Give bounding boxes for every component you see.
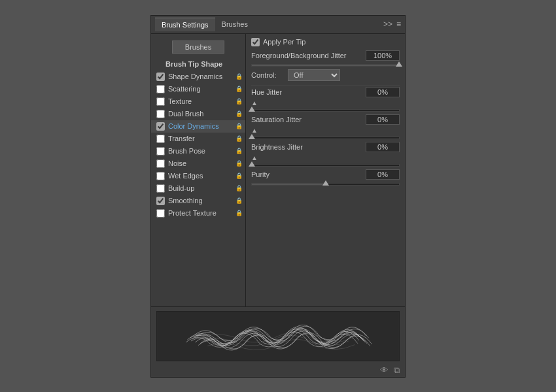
- lock-icon-build-up: 🔒: [235, 185, 243, 191]
- sidebar-item-noise[interactable]: Noise 🔒: [151, 157, 245, 170]
- smoothing-checkbox[interactable]: [156, 197, 165, 205]
- dual-brush-checkbox[interactable]: [156, 110, 165, 118]
- texture-checkbox[interactable]: [156, 97, 165, 106]
- purity-slider[interactable]: [251, 183, 400, 186]
- saturation-jitter-thumb[interactable]: [249, 134, 255, 139]
- sidebar-item-build-up[interactable]: Build-up 🔒: [151, 182, 245, 195]
- lock-icon-protect-texture: 🔒: [235, 210, 243, 216]
- protect-texture-checkbox[interactable]: [156, 209, 165, 218]
- apply-per-tip-row: Apply Per Tip: [251, 38, 400, 46]
- content-area: Apply Per Tip Foreground/Background Jitt…: [246, 34, 405, 306]
- sidebar-item-protect-texture[interactable]: Protect Texture 🔒: [151, 207, 245, 220]
- preview-area: 👁 ⧉: [151, 306, 405, 377]
- lock-icon-wet-edges: 🔒: [235, 172, 243, 179]
- fg-bg-jitter-label: Foreground/Background Jitter: [251, 52, 363, 59]
- lock-icon-dual-brush: 🔒: [235, 110, 243, 117]
- wet-edges-label: Wet Edges: [168, 172, 234, 180]
- tab-controls: >> ≡: [383, 20, 401, 29]
- shape-dynamics-label: Shape Dynamics: [168, 73, 234, 80]
- brush-stroke-svg: [157, 312, 399, 361]
- scattering-label: Scattering: [168, 85, 234, 93]
- transfer-label: Transfer: [168, 135, 234, 142]
- scattering-checkbox[interactable]: [156, 85, 165, 93]
- panel-header: Brush Settings Brushes >> ≡: [151, 16, 405, 34]
- brightness-jitter-thumb-row: ▲: [251, 154, 400, 161]
- dual-brush-label: Dual Brush: [168, 110, 234, 118]
- lock-icon-transfer: 🔒: [235, 135, 243, 142]
- sidebar-item-scattering[interactable]: Scattering 🔒: [151, 83, 245, 95]
- sidebar-item-smoothing[interactable]: Smoothing 🔒: [151, 195, 245, 207]
- lock-icon-texture: 🔒: [235, 98, 243, 105]
- control-select[interactable]: Off Fade Pen Pressure Pen Tilt Stylus Wh…: [288, 69, 340, 81]
- lock-icon-color-dynamics: 🔒: [235, 123, 243, 129]
- tab-brush-settings[interactable]: Brush Settings: [155, 18, 215, 31]
- sidebar-item-brush-pose[interactable]: Brush Pose 🔒: [151, 145, 245, 157]
- lock-icon-shape-dynamics: 🔒: [235, 73, 243, 80]
- purity-thumb[interactable]: [322, 180, 329, 186]
- fg-bg-jitter-value[interactable]: [366, 50, 400, 61]
- sidebar-item-color-dynamics[interactable]: Color Dynamics 🔒: [151, 120, 245, 133]
- hue-jitter-thumb-row: ▲: [251, 99, 400, 106]
- sidebar-item-shape-dynamics[interactable]: Shape Dynamics 🔒: [151, 71, 245, 83]
- saturation-jitter-value[interactable]: [366, 114, 400, 125]
- menu-icon[interactable]: ≡: [396, 20, 401, 29]
- brush-pose-label: Brush Pose: [168, 147, 234, 155]
- brush-settings-panel: Brush Settings Brushes >> ≡ Brushes Brus…: [150, 15, 406, 378]
- sidebar: Brushes Brush Tip Shape Shape Dynamics 🔒…: [151, 34, 246, 306]
- brightness-jitter-label: Brightness Jitter: [251, 143, 363, 151]
- purity-row: Purity: [251, 169, 400, 180]
- sidebar-item-wet-edges[interactable]: Wet Edges 🔒: [151, 170, 245, 182]
- saturation-jitter-thumb-row: ▲: [251, 127, 400, 134]
- brushes-button[interactable]: Brushes: [172, 41, 224, 54]
- hue-jitter-row: Hue Jitter: [251, 87, 400, 97]
- divider-1: [251, 85, 400, 86]
- fg-bg-jitter-fill: [252, 65, 399, 66]
- color-dynamics-label: Color Dynamics: [168, 122, 234, 130]
- purity-value[interactable]: [366, 169, 400, 180]
- tab-brushes[interactable]: Brushes: [215, 18, 254, 31]
- sidebar-item-dual-brush[interactable]: Dual Brush 🔒: [151, 108, 245, 120]
- brightness-jitter-slider[interactable]: [251, 164, 400, 167]
- control-label: Control:: [251, 71, 284, 79]
- hue-jitter-value[interactable]: [366, 87, 400, 97]
- brush-pose-checkbox[interactable]: [156, 147, 165, 155]
- brush-tip-shape-title: Brush Tip Shape: [151, 59, 245, 71]
- panel-body: Brushes Brush Tip Shape Shape Dynamics 🔒…: [151, 34, 405, 306]
- eye-icon[interactable]: 👁: [380, 365, 389, 376]
- preview-canvas: [156, 311, 400, 361]
- apply-per-tip-label: Apply Per Tip: [263, 38, 305, 46]
- fg-bg-jitter-row: Foreground/Background Jitter: [251, 50, 400, 61]
- hue-jitter-thumb[interactable]: [249, 106, 255, 112]
- lock-icon-scattering: 🔒: [235, 86, 243, 92]
- color-dynamics-checkbox[interactable]: [156, 122, 165, 131]
- fg-bg-jitter-thumb[interactable]: [396, 61, 402, 67]
- build-up-checkbox[interactable]: [156, 184, 165, 193]
- transfer-checkbox[interactable]: [156, 135, 165, 143]
- hue-jitter-slider[interactable]: [251, 109, 400, 112]
- purity-fill: [252, 184, 326, 185]
- texture-label: Texture: [168, 97, 234, 105]
- control-row: Control: Off Fade Pen Pressure Pen Tilt …: [251, 69, 400, 81]
- expand-icon[interactable]: >>: [383, 20, 392, 29]
- apply-per-tip-checkbox[interactable]: [251, 38, 260, 46]
- brightness-jitter-value[interactable]: [366, 142, 400, 152]
- build-up-label: Build-up: [168, 184, 234, 192]
- sidebar-item-transfer[interactable]: Transfer 🔒: [151, 133, 245, 145]
- smoothing-label: Smoothing: [168, 197, 234, 204]
- brightness-jitter-row: Brightness Jitter: [251, 142, 400, 152]
- protect-texture-label: Protect Texture: [168, 209, 234, 217]
- wet-edges-checkbox[interactable]: [156, 172, 165, 180]
- hue-jitter-label: Hue Jitter: [251, 88, 363, 96]
- lock-icon-brush-pose: 🔒: [235, 148, 243, 154]
- sidebar-item-texture[interactable]: Texture 🔒: [151, 95, 245, 108]
- noise-checkbox[interactable]: [156, 159, 165, 168]
- shape-dynamics-checkbox[interactable]: [156, 73, 165, 81]
- saturation-jitter-slider[interactable]: [251, 137, 400, 139]
- brightness-jitter-thumb[interactable]: [249, 161, 255, 167]
- saturation-jitter-row: Saturation Jitter: [251, 114, 400, 125]
- lock-icon-smoothing: 🔒: [235, 197, 243, 204]
- preview-footer: 👁 ⧉: [151, 364, 405, 377]
- noise-label: Noise: [168, 159, 234, 167]
- fg-bg-jitter-slider[interactable]: [251, 64, 400, 67]
- copy-icon[interactable]: ⧉: [394, 365, 400, 376]
